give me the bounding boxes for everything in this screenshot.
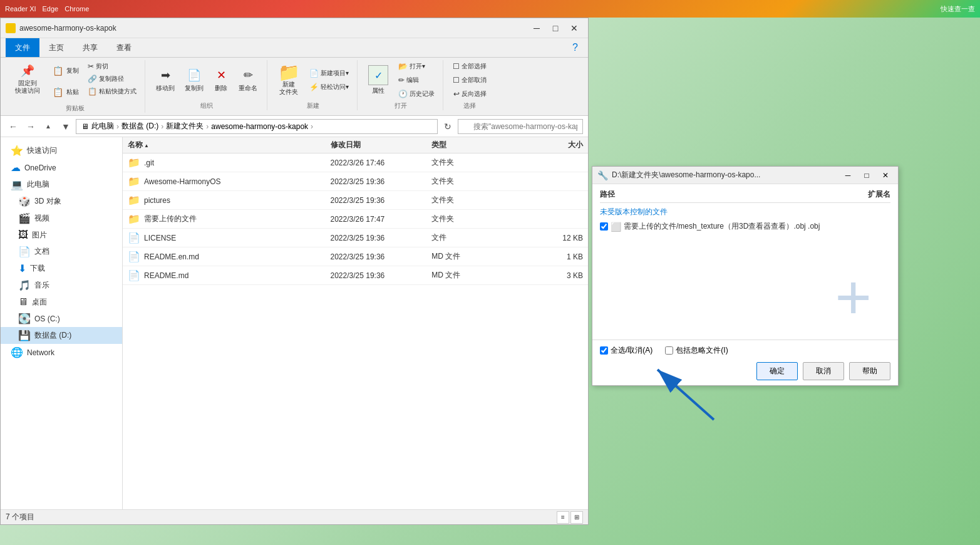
col-size-header[interactable]: 大小 <box>533 140 583 150</box>
sidebar-label-videos: 视频 <box>34 213 49 224</box>
title-bar: awesome-harmony-os-kapok ─ □ ✕ <box>1 18 588 38</box>
paste-icon: 📋 <box>50 85 65 100</box>
paste-shortcut-button[interactable]: 📋粘贴快捷方式 <box>85 85 140 98</box>
window-controls: ─ □ ✕ <box>528 21 583 36</box>
taskbar-app-chrome[interactable]: Chrome <box>64 5 89 13</box>
sidebar-item-network[interactable]: 🌐 Network <box>1 344 122 361</box>
history-button[interactable]: 🕐历史记录 <box>395 88 438 100</box>
confirm-button[interactable]: 确定 <box>756 362 798 380</box>
file-icon: 📁 <box>128 175 140 187</box>
ignore-files-checkbox[interactable] <box>665 346 673 355</box>
window-maximize-button[interactable]: □ <box>547 21 564 36</box>
sidebar-item-onedrive[interactable]: ☁ OneDrive <box>1 159 122 176</box>
sidebar-item-3d[interactable]: 🎲 3D 对象 <box>1 193 122 210</box>
pictures-icon: 🖼 <box>18 229 28 241</box>
copy-to-button[interactable]: 📄 复制到 <box>180 65 208 96</box>
cut-button[interactable]: ✂剪切 <box>85 60 140 73</box>
detail-view-button[interactable]: ≡ <box>557 511 569 524</box>
select-none-button[interactable]: ☐全部取消 <box>450 74 490 86</box>
search-input[interactable] <box>458 119 583 134</box>
table-row[interactable]: 📄 LICENSE 2022/3/25 19:36 文件 12 KB <box>123 229 588 247</box>
ribbon-group-clipboard: 📌 固定到快速访问 📋 复制 📋 粘贴 ✂ <box>6 60 145 113</box>
ignore-files-label: 包括忽略文件(I) <box>676 345 728 356</box>
large-icon-view-button[interactable]: ⊞ <box>570 511 583 524</box>
recent-locations-button[interactable]: ▼ <box>58 119 73 134</box>
music-icon: 🎵 <box>18 279 31 291</box>
sidebar-item-videos[interactable]: 🎬 视频 <box>1 210 122 227</box>
dialog-maximize-button[interactable]: □ <box>859 169 874 182</box>
select-all-checkbox[interactable] <box>600 346 608 355</box>
col-type-header[interactable]: 类型 <box>431 140 533 150</box>
dialog-minimize-button[interactable]: ─ <box>840 169 855 182</box>
paste-button[interactable]: 📋 粘贴 <box>46 81 83 103</box>
file-date: 2022/3/25 19:36 <box>331 177 432 186</box>
properties-button[interactable]: ✓ 属性 <box>364 62 393 98</box>
address-bar: ← → ▲ ▼ 🖥 此电脑 › 数据盘 (D:) › 新建文件夹 › aweso… <box>1 116 588 137</box>
select-buttons: ☐全部选择 ☐全部取消 ↩反向选择 <box>450 60 490 100</box>
sidebar-item-pictures[interactable]: 🖼 图片 <box>1 227 122 243</box>
sidebar-item-music[interactable]: 🎵 音乐 <box>1 277 122 294</box>
refresh-button[interactable]: ↻ <box>440 119 455 134</box>
move-to-button[interactable]: ➡ 移动到 <box>152 65 179 96</box>
ribbon-help-button[interactable]: ? <box>567 38 583 57</box>
sidebar-item-this-pc[interactable]: 💻 此电脑 <box>1 176 122 193</box>
forward-button[interactable]: → <box>23 119 38 134</box>
sidebar-item-downloads[interactable]: ⬇ 下载 <box>1 260 122 277</box>
sidebar-item-quick-access[interactable]: ⭐ 快速访问 <box>1 142 122 159</box>
tab-file[interactable]: 文件 <box>6 38 39 57</box>
address-path[interactable]: 🖥 此电脑 › 数据盘 (D:) › 新建文件夹 › awesome-harmo… <box>76 119 438 134</box>
copy-button[interactable]: 📋 复制 <box>46 60 83 81</box>
file-date: 2022/3/26 17:46 <box>331 158 432 167</box>
sidebar-item-data-d[interactable]: 💾 数据盘 (D:) <box>1 327 122 344</box>
tab-view[interactable]: 查看 <box>107 38 141 57</box>
clipboard-label: 剪贴板 <box>66 103 85 113</box>
rename-button[interactable]: ✏ 重命名 <box>234 65 262 96</box>
sidebar: ⭐ 快速访问 ☁ OneDrive 💻 此电脑 🎲 3D 对象 🎬 视频 🖼 <box>1 137 123 509</box>
sidebar-item-os-c[interactable]: 💽 OS (C:) <box>1 310 122 327</box>
sidebar-label-this-pc: 此电脑 <box>27 179 49 190</box>
status-bar: 7 个项目 ≡ ⊞ <box>1 509 588 524</box>
table-row[interactable]: 📁 pictures 2022/3/25 19:36 文件夹 <box>123 191 588 210</box>
sidebar-label-onedrive: OneDrive <box>24 164 56 172</box>
taskbar-app-reader[interactable]: Reader XI <box>5 5 36 13</box>
tab-share[interactable]: 共享 <box>73 38 107 57</box>
tab-home[interactable]: 主页 <box>39 38 73 57</box>
select-all-button[interactable]: ☐全部选择 <box>450 60 490 73</box>
help-button[interactable]: 帮助 <box>849 362 890 380</box>
taskbar-app-edge[interactable]: Edge <box>43 5 59 13</box>
col-date-header[interactable]: 修改日期 <box>331 140 432 150</box>
os-c-icon: 💽 <box>18 313 31 324</box>
window-minimize-button[interactable]: ─ <box>528 21 545 36</box>
open-button[interactable]: 📂打开▾ <box>395 60 438 73</box>
table-row[interactable]: 📄 README.md 2022/3/25 19:36 MD 文件 3 KB <box>123 266 588 285</box>
copy-path-button[interactable]: 🔗复制路径 <box>85 73 140 85</box>
new-label: 新建 <box>307 100 319 110</box>
new-buttons: 📁 新建文件夹 📄新建项目▾ ⚡轻松访问▾ <box>274 60 352 100</box>
cancel-button[interactable]: 取消 <box>803 362 844 380</box>
table-row[interactable]: 📁 需要上传的文件 2022/3/26 17:47 文件夹 <box>123 210 588 229</box>
sidebar-item-desktop[interactable]: 🖥 桌面 <box>1 294 122 310</box>
table-row[interactable]: 📄 README.en.md 2022/3/25 19:36 MD 文件 1 K… <box>123 247 588 266</box>
table-row[interactable]: 📁 .git 2022/3/26 17:46 文件夹 <box>123 153 588 172</box>
invert-selection-button[interactable]: ↩反向选择 <box>450 88 490 100</box>
col-name-header[interactable]: 名称▲ <box>128 140 331 150</box>
up-button[interactable]: ▲ <box>41 119 56 134</box>
new-item-button[interactable]: 📄新建项目▾ <box>306 67 352 80</box>
view-toggle: ≡ ⊞ <box>557 511 583 524</box>
dialog-close-button[interactable]: ✕ <box>878 169 893 182</box>
file-list: 名称▲ 修改日期 类型 大小 📁 .git 2022/3/26 17:46 文件… <box>123 137 588 509</box>
network-icon: 🌐 <box>11 346 23 358</box>
delete-button[interactable]: ✕ 删除 <box>209 65 233 96</box>
dialog-file-checkbox[interactable] <box>600 222 608 231</box>
delete-icon: ✕ <box>214 68 229 83</box>
back-button[interactable]: ← <box>6 119 21 134</box>
taskbar-app-search[interactable]: 快速查一查 <box>941 4 975 14</box>
edit-button[interactable]: ✏编辑 <box>395 74 438 86</box>
easy-access-button[interactable]: ⚡轻松访问▾ <box>306 81 352 93</box>
sidebar-item-documents[interactable]: 📄 文档 <box>1 243 122 260</box>
ribbon-content: 📌 固定到快速访问 📋 复制 📋 粘贴 ✂ <box>1 58 588 115</box>
new-folder-button[interactable]: 📁 新建文件夹 <box>274 61 304 99</box>
table-row[interactable]: 📁 Awesome-HarmonyOS 2022/3/25 19:36 文件夹 <box>123 172 588 191</box>
pin-button[interactable]: 📌 固定到快速访问 <box>11 60 44 98</box>
window-close-button[interactable]: ✕ <box>565 21 583 36</box>
